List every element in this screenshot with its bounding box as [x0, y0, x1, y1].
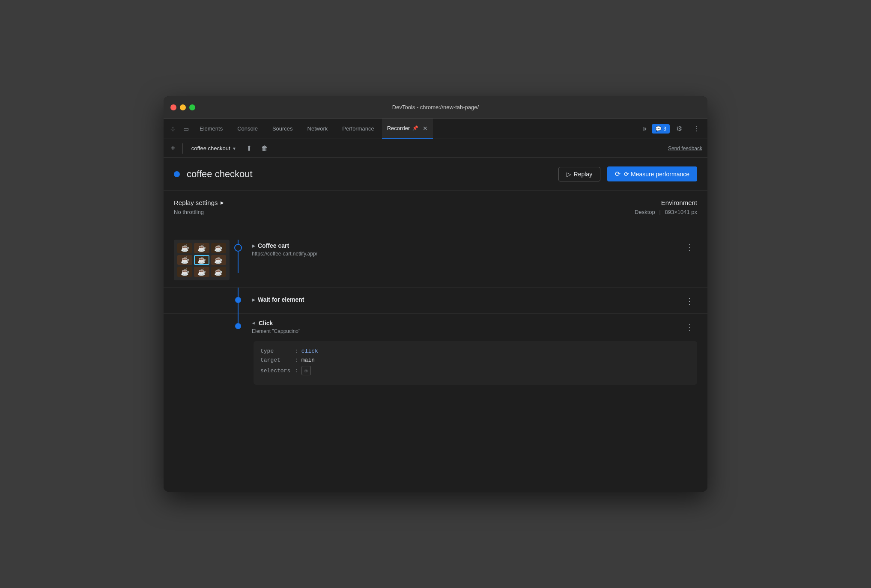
coffee-mug-1: ☕ [177, 243, 192, 253]
recorder-toolbar: + coffee checkout ▾ ⬆ 🗑 Send feedback [164, 139, 707, 158]
chat-icon: 💬 [655, 126, 662, 132]
resolution-value: 893×1041 px [665, 209, 697, 215]
step-2-name: ▶ Wait for element [252, 296, 677, 303]
tab-recorder[interactable]: Recorder 📌 ✕ [382, 119, 433, 139]
step-3-desc: Element "Cappucino" [252, 328, 677, 334]
step-3-name: ▼ Click [252, 320, 677, 327]
step-2-content: ▶ Wait for element [247, 294, 682, 306]
step-1-menu-button[interactable]: ⋮ [682, 241, 697, 253]
measure-label: ⟳ Measure performance [624, 171, 689, 178]
tab-network[interactable]: Network [301, 119, 335, 139]
recording-indicator [174, 171, 180, 177]
coffee-mug-7: ☕ [177, 267, 192, 277]
pin-icon: 📌 [412, 125, 418, 131]
tabs-right: » 💬 3 ⚙ ⋮ [639, 119, 704, 139]
settings-expand-icon: ▶ [221, 200, 224, 205]
toolbar-divider [182, 143, 183, 154]
environment-value: Desktop | 893×1041 px [635, 209, 697, 215]
tab-recorder-label: Recorder [387, 125, 410, 131]
code-target-value: main [301, 357, 315, 363]
delete-recording-button[interactable]: 🗑 [258, 142, 271, 155]
badge-count: 3 [663, 126, 666, 132]
cursor-icon[interactable]: ⊹ [167, 123, 179, 135]
steps-container: ☕ ☕ ☕ ☕ ☕ ☕ ☕ ☕ ☕ [164, 224, 707, 398]
code-type-value: click [301, 348, 318, 354]
traffic-lights [170, 104, 195, 110]
throttling-label: No throttling [174, 209, 628, 215]
coffee-mug-6: ☕ [211, 255, 226, 265]
code-selectors-key: selectors [260, 368, 295, 374]
title-bar: DevTools - chrome://new-tab-page/ [164, 96, 707, 119]
measure-performance-button[interactable]: ⟳ ⟳ Measure performance [607, 166, 697, 181]
coffee-mug-8: ☕ [194, 267, 209, 277]
replay-settings-panel: Replay settings ▶ No throttling [174, 199, 628, 215]
new-recording-button[interactable]: + [169, 142, 177, 155]
devtools-nav-icons: ⊹ ▭ [167, 119, 192, 139]
step-1-timeline-dot [234, 244, 242, 252]
selected-recording-label: coffee checkout [191, 145, 230, 151]
coffee-mug-4: ☕ [177, 255, 192, 265]
device-icon[interactable]: ▭ [180, 123, 192, 135]
export-recording-button[interactable]: ⬆ [242, 142, 256, 155]
tabs-bar: ⊹ ▭ Elements Console Sources Network Per… [164, 119, 707, 139]
step-1-name: ▶ Coffee cart [252, 242, 677, 249]
code-type-line: type : click [260, 348, 690, 354]
step-preview-image: ☕ ☕ ☕ ☕ ☕ ☕ ☕ ☕ ☕ [174, 240, 230, 280]
more-tabs-icon[interactable]: » [639, 124, 650, 133]
settings-icon[interactable]: ⚙ [671, 121, 687, 137]
step-3-code-block: type : click target : main selectors : [254, 341, 697, 385]
code-selectors-line: selectors : ⊞ [260, 366, 690, 375]
recording-title: coffee checkout [187, 169, 552, 180]
code-target-key: target [260, 357, 295, 363]
step-2-expand-icon[interactable]: ▶ [252, 297, 255, 302]
step-3-timeline-dot [235, 323, 241, 329]
recording-selector-dropdown[interactable]: coffee checkout ▾ [188, 143, 239, 153]
coffee-preview-grid: ☕ ☕ ☕ ☕ ☕ ☕ ☕ ☕ ☕ [174, 240, 230, 280]
step-2-timeline-dot [235, 297, 241, 303]
coffee-mug-2: ☕ [194, 243, 209, 253]
step-click: ▼ Click Element "Cappucino" ⋮ type : cli… [164, 314, 707, 389]
tab-console[interactable]: Console [230, 119, 265, 139]
step-coffee-cart: ☕ ☕ ☕ ☕ ☕ ☕ ☕ ☕ ☕ [164, 233, 707, 288]
tab-close-icon[interactable]: ✕ [423, 125, 428, 131]
environment-title: Environment [635, 199, 697, 206]
step-1-expand-icon[interactable]: ▶ [252, 244, 255, 248]
device-type: Desktop [635, 209, 655, 215]
environment-panel: Environment Desktop | 893×1041 px [635, 199, 697, 215]
settings-section: Replay settings ▶ No throttling Environm… [164, 190, 707, 224]
toolbar-actions: ⬆ 🗑 [242, 142, 271, 155]
selector-picker-icon[interactable]: ⊞ [301, 366, 311, 375]
minimize-button[interactable] [180, 104, 186, 110]
send-feedback-link[interactable]: Send feedback [668, 146, 702, 151]
settings-title-text: Replay settings [174, 199, 218, 206]
step-3-content: ▼ Click Element "Cappucino" ⋮ type : cli… [247, 320, 697, 389]
replay-settings-toggle[interactable]: Replay settings ▶ [174, 199, 628, 206]
measure-icon: ⟳ [615, 170, 620, 178]
step-3-info: ▼ Click Element "Cappucino" [247, 320, 682, 337]
coffee-mug-3: ☕ [211, 243, 226, 253]
window-title: DevTools - chrome://new-tab-page/ [392, 104, 479, 110]
replay-play-icon: ▷ [567, 171, 571, 178]
step-1-url: https://coffee-cart.netlify.app/ [252, 251, 677, 257]
chat-badge-button[interactable]: 💬 3 [652, 124, 670, 134]
more-options-icon[interactable]: ⋮ [689, 121, 704, 137]
replay-button[interactable]: ▷ Coffee cart Replay [558, 167, 601, 181]
step-wait-for-element: ▶ Wait for element ⋮ [164, 288, 707, 314]
coffee-mug-9: ☕ [211, 267, 226, 277]
code-type-key: type [260, 348, 295, 354]
maximize-button[interactable] [189, 104, 195, 110]
tab-performance[interactable]: Performance [335, 119, 381, 139]
step-1-content: ▶ Coffee cart https://coffee-cart.netlif… [247, 240, 682, 259]
dropdown-arrow-icon: ▾ [233, 146, 236, 151]
coffee-mug-5: ☕ [194, 255, 209, 265]
tab-sources[interactable]: Sources [265, 119, 300, 139]
tab-elements[interactable]: Elements [193, 119, 230, 139]
code-target-line: target : main [260, 357, 690, 363]
recording-header: coffee checkout ▷ Coffee cart Replay ⟳ ⟳… [164, 158, 707, 190]
step-3-menu-button[interactable]: ⋮ [682, 321, 697, 333]
devtools-window: DevTools - chrome://new-tab-page/ ⊹ ▭ El… [164, 96, 707, 492]
step-2-menu-button[interactable]: ⋮ [682, 295, 697, 307]
main-content: coffee checkout ▷ Coffee cart Replay ⟳ ⟳… [164, 158, 707, 492]
close-button[interactable] [170, 104, 176, 110]
step-3-expand-icon[interactable]: ▼ [251, 321, 256, 325]
